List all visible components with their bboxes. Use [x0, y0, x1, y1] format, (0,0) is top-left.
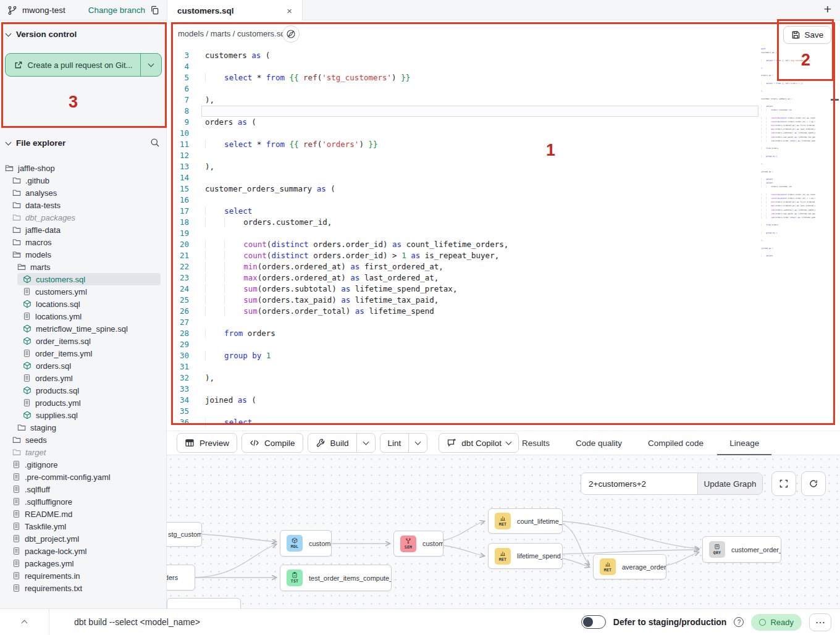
file-tree-item--github[interactable]: .github: [0, 174, 167, 187]
file-tree-item-analyses[interactable]: analyses: [0, 187, 167, 199]
tab-lineage[interactable]: Lineage: [729, 431, 759, 455]
file-tree-item-order-items-yml[interactable]: order_items.yml: [0, 347, 167, 360]
fullscreen-button[interactable]: [771, 471, 796, 496]
file-tree-item-requirements-in[interactable]: requirements.in: [0, 570, 167, 582]
file-tree-item-target[interactable]: target: [0, 446, 167, 458]
code-line-16[interactable]: 16: [167, 195, 840, 206]
file-tree-item-dbt-project-yml[interactable]: dbt_project.yml: [0, 532, 167, 545]
code-line-26[interactable]: 26 sum(orders.order_total) as lifetime_s…: [167, 306, 840, 317]
file-tree-item-jaffle-shop[interactable]: jaffle-shop: [0, 162, 167, 174]
code-line-17[interactable]: 17 select: [167, 206, 840, 217]
file-tree-item-jaffle-data[interactable]: jaffle-data: [0, 224, 167, 236]
file-tree-item-customers-yml[interactable]: customers.yml: [0, 285, 167, 298]
tab-results[interactable]: Results: [522, 431, 550, 455]
code-line-33[interactable]: 33: [167, 384, 840, 395]
code-line-19[interactable]: 19: [167, 228, 840, 239]
code-line-11[interactable]: 11 select * from {{ ref('orders') }}: [167, 139, 840, 150]
code-line-20[interactable]: 20 count(distinct orders.order_id) as co…: [167, 239, 840, 250]
tab-close-icon[interactable]: ×: [287, 6, 292, 15]
lineage-node-lifetime-spend-pretax[interactable]: METlifetime_spend_pretax: [488, 543, 563, 569]
file-tree-item-packages-yml[interactable]: packages.yml: [0, 557, 167, 570]
file-tree-item-locations-yml[interactable]: locations.yml: [0, 310, 167, 322]
code-line-25[interactable]: 25 sum(orders.tax_paid) as lifetime_tax_…: [167, 295, 840, 306]
update-graph-button[interactable]: Update Graph: [697, 473, 762, 494]
code-line-12[interactable]: 12: [167, 150, 840, 161]
file-tree-item-readme-md[interactable]: README.md: [0, 508, 167, 520]
more-options-button[interactable]: ⋯: [809, 613, 831, 631]
code-line-34[interactable]: 34joined as (: [167, 395, 840, 406]
pr-button-main[interactable]: Create a pull request on Git...: [6, 54, 141, 76]
lineage-node-count-lifetime-orders[interactable]: METcount_lifetime_orders: [488, 508, 563, 534]
build-button[interactable]: Build: [308, 434, 356, 452]
lint-dropdown[interactable]: [408, 434, 427, 452]
code-line-8[interactable]: 8: [167, 106, 840, 117]
file-tree-item-taskfile-yml[interactable]: Taskfile.yml: [0, 520, 167, 532]
lineage-node-customer-order-metrics[interactable]: QRYcustomer_order_metrics: [702, 536, 781, 563]
code-line-36[interactable]: 36 select: [167, 417, 840, 428]
code-line-10[interactable]: 10: [167, 128, 840, 139]
lineage-node-customers[interactable]: SEMcustomers: [393, 531, 443, 557]
code-line-14[interactable]: 14: [167, 172, 840, 183]
status-ready-badge[interactable]: Ready: [751, 614, 802, 631]
build-dropdown[interactable]: [356, 434, 375, 452]
save-button[interactable]: Save: [783, 26, 831, 44]
file-tree-item-order-items-sql[interactable]: order_items.sql: [0, 335, 167, 347]
preview-button[interactable]: Preview: [177, 433, 237, 453]
code-line-31[interactable]: 31: [167, 361, 840, 372]
lineage-node-average-order-value[interactable]: METaverage_order_value: [593, 554, 666, 579]
compile-button[interactable]: Compile: [242, 433, 303, 453]
change-branch-link[interactable]: Change branch: [88, 6, 145, 15]
code-line-28[interactable]: 28 from orders: [167, 328, 840, 339]
file-explorer-header[interactable]: File explorer: [6, 138, 65, 148]
code-line-24[interactable]: 24 sum(orders.subtotal) as lifetime_spen…: [167, 284, 840, 295]
editor-tab-customers-sql[interactable]: customers.sql ×: [167, 0, 303, 21]
file-tree-item-models[interactable]: models: [0, 248, 167, 261]
code-editor[interactable]: 2with3customers as (45 select * from {{ …: [167, 47, 840, 431]
lineage-node-customers[interactable]: MDLcustomers: [280, 530, 332, 557]
file-tree-item-metricflow-time-spine-sql[interactable]: metricflow_time_spine.sql: [0, 322, 167, 335]
file-tree-item--gitignore[interactable]: .gitignore: [0, 458, 167, 471]
lineage-node-test-order-items-compute-to-bools-[interactable]: TSTtest_order_items_compute_to_bools...: [280, 565, 392, 591]
version-control-header[interactable]: Version control: [6, 30, 77, 39]
file-tree-item-orders-sql[interactable]: orders.sql: [0, 360, 167, 372]
file-tree-item-products-yml[interactable]: products.yml: [0, 397, 167, 409]
lineage-node-stg-customers[interactable]: MDLstg_customers: [167, 522, 202, 547]
code-line-22[interactable]: 22 min(orders.ordered_at) as first_order…: [167, 261, 840, 272]
create-pull-request-button[interactable]: Create a pull request on Git...: [5, 53, 162, 77]
lineage-node-partial[interactable]: [167, 598, 241, 608]
lineage-filter-input[interactable]: [581, 473, 697, 494]
lint-button[interactable]: Lint: [380, 434, 409, 452]
scrollbar-marker[interactable]: [831, 99, 839, 101]
file-tree-item-dbt-packages[interactable]: dbt_packages: [0, 211, 167, 224]
lineage-node-orders[interactable]: MDLorders: [167, 565, 195, 591]
editor-minimap[interactable]: withcustomers as ( select * from {{ ref(…: [761, 47, 815, 313]
view-docs-button[interactable]: [282, 25, 300, 43]
file-tree-item-package-lock-yml[interactable]: package-lock.yml: [0, 545, 167, 557]
search-icon[interactable]: [150, 138, 160, 148]
refresh-button[interactable]: [801, 471, 826, 496]
file-tree-item-supplies-sql[interactable]: supplies.sql: [0, 409, 167, 421]
code-line-29[interactable]: 29: [167, 339, 840, 350]
pr-button-dropdown[interactable]: [141, 54, 161, 76]
code-line-3[interactable]: 3customers as (: [167, 50, 840, 61]
file-tree-item-products-sql[interactable]: products.sql: [0, 384, 167, 397]
copy-branch-icon[interactable]: [150, 6, 159, 15]
code-line-23[interactable]: 23 max(orders.ordered_at) as last_ordere…: [167, 272, 840, 284]
code-line-27[interactable]: 27: [167, 317, 840, 328]
code-line-9[interactable]: 9orders as (: [167, 117, 840, 128]
file-tree-item-macros[interactable]: macros: [0, 236, 167, 248]
file-tree-item-requirements-txt[interactable]: requirements.txt: [0, 582, 167, 594]
code-line-32[interactable]: 32),: [167, 372, 840, 384]
tab-compiled-code[interactable]: Compiled code: [648, 431, 704, 455]
code-line-6[interactable]: 6: [167, 83, 840, 95]
file-tree-item-marts[interactable]: marts: [0, 261, 167, 273]
code-line-7[interactable]: 7),: [167, 95, 840, 106]
file-tree-item-data-tests[interactable]: data-tests: [0, 199, 167, 211]
help-icon[interactable]: ?: [734, 617, 744, 627]
file-tree-item--pre-commit-config-yaml[interactable]: .pre-commit-config.yaml: [0, 471, 167, 483]
dbt-copilot-button[interactable]: dbt Copilot: [439, 433, 519, 453]
file-tree-item-customers-sql[interactable]: customers.sql: [17, 273, 161, 285]
file-tree-item-seeds[interactable]: seeds: [0, 434, 167, 446]
code-line-21[interactable]: 21 count(distinct orders.order_id) > 1 a…: [167, 250, 840, 261]
command-text[interactable]: dbt build --select <model_name>: [74, 617, 200, 627]
